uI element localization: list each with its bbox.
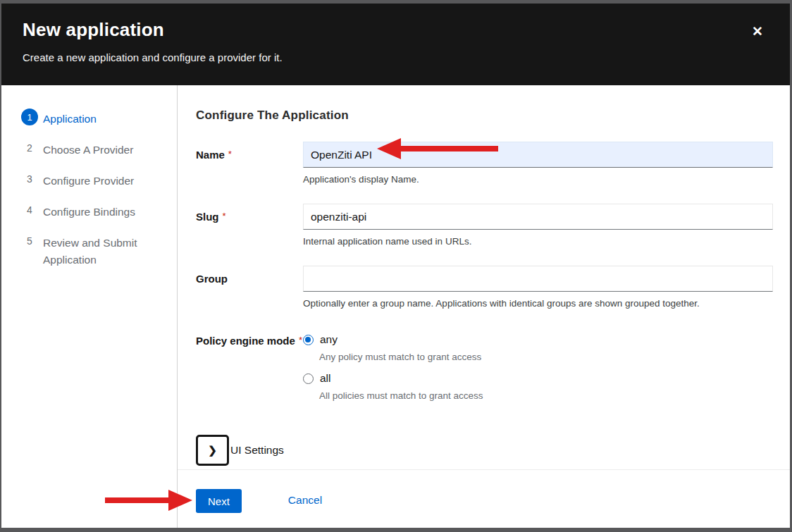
ui-settings-expander: ❯ UI Settings [196,435,773,466]
chevron-right-icon[interactable]: ❯ [196,435,229,466]
group-field-row: Group Optionally enter a group name. App… [196,266,773,309]
radio-all[interactable]: all [303,372,773,385]
new-application-modal: New application Create a new application… [1,4,790,528]
required-asterisk: * [223,211,226,221]
radio-any-help: Any policy must match to grant access [319,352,773,362]
name-field-row: Name* Application's display Name. [196,142,773,185]
step-label: Configure Provider [43,171,134,190]
modal-title: New application [23,19,767,41]
wizard-step-configure-provider[interactable]: 3 Configure Provider [21,171,168,190]
group-label: Group [196,266,303,309]
slug-help-text: Internal application name used in URLs. [303,236,773,247]
name-help-text: Application's display Name. [303,174,773,185]
step-label: Application [43,109,97,128]
modal-subtitle: Create a new application and configure a… [23,51,767,63]
slug-label: Slug* [196,204,303,247]
group-input[interactable] [303,266,773,292]
step-label: Choose A Provider [43,140,133,159]
cancel-link[interactable]: Cancel [288,489,322,507]
required-asterisk: * [228,149,232,159]
wizard-footer: Next Cancel [178,470,790,528]
ui-settings-label: UI Settings [230,444,284,457]
radio-selected-icon[interactable] [303,335,314,345]
screenshot-frame: New application Create a new application… [0,0,792,532]
step-label: Review and Submit Application [43,233,152,268]
required-asterisk: * [299,335,302,345]
wizard-step-configure-bindings[interactable]: 4 Configure Bindings [21,202,168,221]
step-number: 3 [21,171,38,187]
name-input[interactable] [303,142,773,168]
radio-any-label: any [320,333,338,346]
next-button[interactable]: Next [196,489,242,513]
step-number: 4 [21,202,38,218]
radio-any[interactable]: any [303,333,773,346]
form-heading: Configure The Application [196,109,773,123]
radio-all-help: All policies must match to grant access [319,390,773,401]
wizard-steps-sidebar: 1 Application 2 Choose A Provider 3 Conf… [1,85,178,528]
close-icon[interactable]: ✕ [752,25,763,38]
policy-engine-mode-label: Policy engine mode* [196,328,303,411]
step-number: 5 [21,233,38,249]
radio-all-label: all [320,372,331,385]
step-number-badge: 1 [21,109,38,125]
wizard-step-application[interactable]: 1 Application [21,109,168,128]
slug-field-row: Slug* Internal application name used in … [196,204,773,247]
wizard-step-review-submit[interactable]: 5 Review and Submit Application [21,233,168,268]
slug-input[interactable] [303,204,773,230]
modal-header: New application Create a new application… [1,4,790,85]
application-form: Configure The Application Name* Applicat… [178,85,790,469]
group-help-text: Optionally enter a group name. Applicati… [303,298,773,309]
wizard-step-choose-provider[interactable]: 2 Choose A Provider [21,140,168,159]
name-label: Name* [196,142,303,185]
wizard-main-panel: Configure The Application Name* Applicat… [178,85,790,528]
modal-body: 1 Application 2 Choose A Provider 3 Conf… [1,85,790,528]
step-number: 2 [21,140,38,156]
step-label: Configure Bindings [43,202,135,221]
radio-unselected-icon[interactable] [303,373,314,384]
policy-engine-mode-row: Policy engine mode* any Any policy must … [196,328,773,411]
